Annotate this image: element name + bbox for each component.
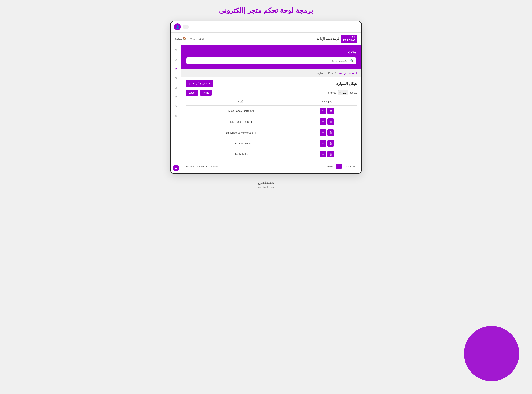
table-row: 🗑 ✏ Ottis Gutkowski: [186, 138, 357, 149]
entries-select[interactable]: 10 25 50: [338, 90, 348, 95]
search-bar: 🔍: [186, 57, 356, 64]
sidebar-icon-1[interactable]: ⟳: [173, 47, 179, 53]
sidebar-icon-2[interactable]: ⟳: [173, 57, 179, 62]
excel-button[interactable]: Excel: [186, 90, 198, 96]
table-row: 🗑 ✏ Miss Lacey Bartoletti: [186, 105, 357, 116]
row-name: Miss Lacey Bartoletti: [186, 105, 297, 116]
content-title: هيكل السيارة: [336, 81, 357, 86]
nav-item-preview[interactable]: 🏠 معاينة: [175, 37, 186, 40]
delete-button[interactable]: 🗑: [328, 119, 334, 125]
main-content: بحث 🔍 الصفحة الرئيسية / هيكل السيارة هيك…: [181, 45, 361, 173]
entries-label: entries: [328, 91, 336, 94]
header-title: بحث: [186, 49, 356, 54]
page-number[interactable]: 1: [336, 164, 342, 169]
breadcrumb-current: هيكل السيارة: [318, 72, 333, 75]
sidebar-mail-icon[interactable]: ✉: [173, 113, 179, 119]
sidebar-icon-3[interactable]: ⟳: [173, 66, 179, 72]
brand-logo: AZTRADING: [341, 35, 357, 43]
main-layout: بحث 🔍 الصفحة الرئيسية / هيكل السيارة هيك…: [171, 45, 361, 173]
brand-text: لوحة تحكم الإدارة: [317, 37, 339, 40]
navbar-brand: AZTRADING لوحة تحكم الإدارة: [317, 35, 357, 43]
scroll-top-button[interactable]: ▲: [173, 165, 179, 171]
decorative-circle: [464, 326, 519, 381]
row-actions: 🗑 ✏: [297, 149, 357, 160]
show-entries: Show 10 25 50 entries: [328, 90, 357, 95]
avatar: 👤: [174, 23, 181, 30]
watermark-logo: مستقل: [258, 179, 274, 186]
row-name: Dr. Russ Brekke I: [186, 116, 297, 127]
row-actions: 🗑 ✏: [297, 105, 357, 116]
table-footer: Next 1 Previous Showing 1 to 5 of 5 entr…: [186, 163, 357, 170]
home-icon: 🏠: [183, 37, 186, 40]
sidebar-icon-7[interactable]: ⟳: [173, 104, 179, 109]
row-name: Pattie Mills: [186, 149, 297, 160]
navbar: AZTRADING لوحة تحكم الإدارة الإعدادات ▾ …: [171, 32, 361, 45]
purple-header: بحث 🔍: [181, 45, 361, 69]
content-area: هيكل السيارة + أظف هيكل جديد Show 10 25 …: [181, 77, 361, 173]
table-row: 🗑 ✏ Pattie Mills: [186, 149, 357, 160]
showing-text: Showing 1 to 5 of 5 entries: [186, 165, 218, 168]
edit-button[interactable]: ✏: [320, 151, 326, 157]
next-button[interactable]: Next: [326, 164, 335, 169]
navbar-nav: الإعدادات ▾ 🏠 معاينة: [175, 37, 204, 40]
browser-frame: 👤 ··· AZTRADING لوحة تحكم الإدارة الإعدا…: [170, 21, 362, 174]
edit-button[interactable]: ✏: [320, 140, 326, 147]
table-controls: Show 10 25 50 entries Print Excel: [186, 90, 357, 96]
preview-label: معاينة: [175, 37, 182, 40]
search-input[interactable]: [189, 59, 348, 62]
content-header: هيكل السيارة + أظف هيكل جديد: [186, 80, 357, 87]
sidebar-icon-5[interactable]: ⟳: [173, 85, 179, 91]
col-name: الاسم: [186, 98, 297, 105]
previous-button[interactable]: Previous: [343, 164, 357, 169]
page-title: برمجة لوحة تحكم متجر إالكتروني: [219, 6, 313, 15]
breadcrumb: الصفحة الرئيسية / هيكل السيارة: [181, 69, 361, 77]
row-name: Dr. Eriberto McKenzie III: [186, 127, 297, 138]
delete-button[interactable]: 🗑: [328, 108, 334, 114]
search-icon: 🔍: [350, 59, 354, 62]
browser-bar: 👤 ···: [171, 21, 361, 32]
pagination: Next 1 Previous: [326, 164, 357, 169]
row-actions: 🗑 ✏: [297, 138, 357, 149]
sidebar: ⟳ ⟳ ⟳ ⟳ ⟳ ⟳ ⟳ ✉: [171, 45, 181, 173]
row-actions: 🗑 ✏: [297, 116, 357, 127]
sidebar-icon-4[interactable]: ⟳: [173, 75, 179, 81]
print-button[interactable]: Print: [200, 90, 212, 96]
edit-button[interactable]: ✏: [320, 119, 326, 125]
add-button[interactable]: + أظف هيكل جديد: [186, 80, 214, 87]
row-actions: 🗑 ✏: [297, 127, 357, 138]
settings-label: الإعدادات ▾: [190, 37, 204, 40]
watermark-url: mostaql.com: [258, 186, 274, 189]
browser-tag: ···: [183, 25, 189, 29]
delete-button[interactable]: 🗑: [328, 129, 334, 136]
watermark: مستقل mostaql.com: [258, 179, 274, 189]
data-table: إجراءات الاسم 🗑 ✏ Miss Lacey Bartoletti …: [186, 98, 357, 160]
sidebar-icon-6[interactable]: ⟳: [173, 94, 179, 100]
col-actions: إجراءات: [297, 98, 357, 105]
delete-button[interactable]: 🗑: [328, 140, 334, 147]
nav-item-settings[interactable]: الإعدادات ▾: [190, 37, 204, 40]
edit-button[interactable]: ✏: [320, 108, 326, 114]
breadcrumb-home[interactable]: الصفحة الرئيسية: [338, 72, 357, 75]
table-row: 🗑 ✏ Dr. Eriberto McKenzie III: [186, 127, 357, 138]
edit-button[interactable]: ✏: [320, 129, 326, 136]
show-label: Show: [350, 91, 357, 94]
breadcrumb-separator: /: [335, 72, 336, 75]
delete-button[interactable]: 🗑: [328, 151, 334, 157]
action-buttons: Print Excel: [186, 90, 212, 96]
table-row: 🗑 ✏ Dr. Russ Brekke I: [186, 116, 357, 127]
row-name: Ottis Gutkowski: [186, 138, 297, 149]
